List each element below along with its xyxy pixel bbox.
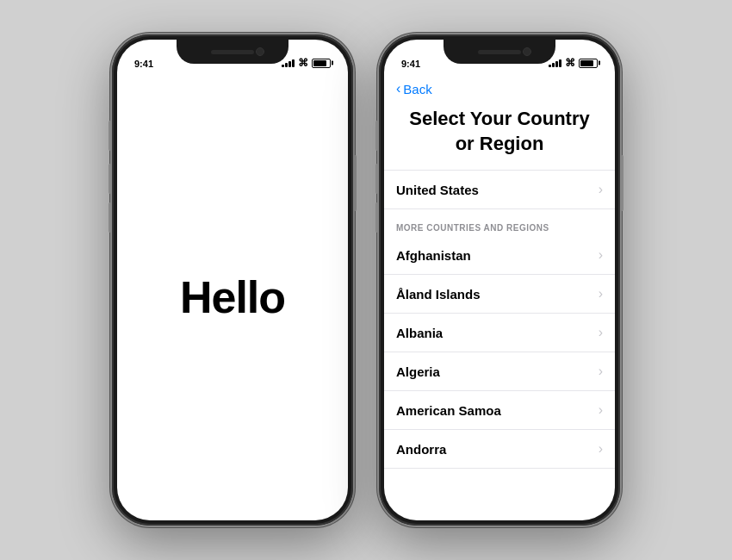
chevron-right-icon: › xyxy=(599,364,603,379)
back-button[interactable]: ‹ Back xyxy=(384,74,615,100)
chevron-right-icon: › xyxy=(599,286,603,302)
camera-dot xyxy=(256,47,264,56)
country-name: Andorra xyxy=(396,442,446,457)
chevron-right-icon: › xyxy=(599,182,603,197)
hello-text: Hello xyxy=(180,271,285,323)
country-list: United States › MORE COUNTRIES AND REGIO… xyxy=(384,170,615,469)
country-name: Afghanistan xyxy=(396,248,471,263)
country-item-united-states[interactable]: United States › xyxy=(384,170,615,209)
wifi-icon: ⌘ xyxy=(298,57,308,69)
status-time: 9:41 xyxy=(134,59,153,69)
battery-icon xyxy=(579,59,598,68)
country-item-afghanistan[interactable]: Afghanistan › xyxy=(384,236,615,275)
speaker xyxy=(478,50,521,54)
signal-icon xyxy=(549,59,561,67)
hello-screen: Hello xyxy=(117,74,348,520)
country-name: American Samoa xyxy=(396,403,501,418)
country-item-algeria[interactable]: Algeria › xyxy=(384,352,615,391)
signal-icon xyxy=(282,59,295,67)
notch xyxy=(444,40,555,64)
chevron-right-icon: › xyxy=(599,441,603,457)
back-label: Back xyxy=(403,82,431,96)
iphone-country: 9:41 ⌘ ‹ Back Sel xyxy=(379,34,620,526)
country-name: Algeria xyxy=(396,364,440,379)
country-name: Åland Islands xyxy=(396,287,481,302)
country-item-andorra[interactable]: Andorra › xyxy=(384,430,615,469)
chevron-right-icon: › xyxy=(599,402,603,418)
status-icons: ⌘ xyxy=(282,57,331,69)
country-item-albania[interactable]: Albania › xyxy=(384,314,615,352)
iphone-hello: 9:41 ⌘ Hello xyxy=(112,34,353,526)
back-chevron-icon: ‹ xyxy=(396,81,400,96)
camera-dot xyxy=(523,47,531,56)
country-name: United States xyxy=(396,183,479,197)
chevron-right-icon: › xyxy=(599,247,603,263)
page-title: Select Your Country or Region xyxy=(384,100,615,170)
status-icons: ⌘ xyxy=(549,57,598,69)
country-name: Albania xyxy=(396,326,443,340)
section-header: MORE COUNTRIES AND REGIONS xyxy=(384,216,615,236)
status-time: 9:41 xyxy=(401,59,420,69)
country-item-american-samoa[interactable]: American Samoa › xyxy=(384,391,615,430)
notch xyxy=(177,40,288,64)
speaker xyxy=(211,50,254,54)
chevron-right-icon: › xyxy=(599,325,603,340)
country-screen: ‹ Back Select Your Country or Region Uni… xyxy=(384,74,615,520)
battery-icon xyxy=(312,59,331,68)
country-item-aland-islands[interactable]: Åland Islands › xyxy=(384,275,615,314)
wifi-icon: ⌘ xyxy=(565,57,575,69)
